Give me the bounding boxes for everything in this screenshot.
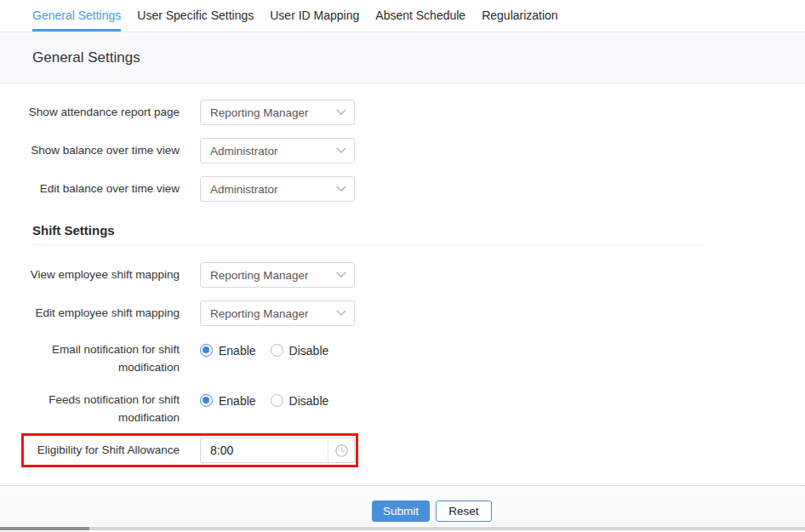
chevron-down-icon: [336, 306, 345, 316]
eligibility-time-input[interactable]: [201, 438, 328, 462]
radio-selected-icon: [200, 394, 213, 407]
label-edit-balance-over-time-view: Edit balance over time view: [21, 176, 180, 202]
label-eligibility-for-shift-allowance: Eligibility for Shift Allowance: [24, 443, 180, 457]
email-notification-enable-option[interactable]: Enable: [200, 344, 256, 358]
dropdown-selected-value: Reporting Manager: [210, 269, 309, 282]
tab-bar: General Settings User Specific Settings …: [0, 0, 805, 32]
show-attendance-report-page-dropdown[interactable]: Reporting Manager: [200, 100, 355, 125]
radio-unselected-icon: [271, 344, 283, 357]
label-show-attendance-report-page: Show attendance report page: [21, 100, 180, 125]
label-edit-employee-shift-mapping: Edit employee shift mapping: [21, 300, 180, 326]
radio-selected-icon: [200, 344, 213, 357]
reset-button[interactable]: Reset: [436, 501, 492, 522]
feeds-notification-radio-group: Enable Disable: [200, 393, 328, 408]
horizontal-scrollbar-track[interactable]: [0, 527, 805, 530]
tab-absent-schedule[interactable]: Absent Schedule: [375, 0, 465, 31]
section-divider: [32, 244, 705, 245]
chevron-down-icon: [336, 182, 345, 192]
eligibility-time-field: [200, 438, 355, 463]
label-view-employee-shift-mapping: View employee shift mapping: [21, 262, 180, 288]
radio-option-label: Enable: [219, 344, 256, 358]
clock-icon: [334, 443, 349, 458]
view-employee-shift-mapping-dropdown[interactable]: Reporting Manager: [200, 262, 355, 288]
show-balance-over-time-view-dropdown[interactable]: Administrator: [200, 138, 355, 163]
dropdown-selected-value: Administrator: [210, 145, 278, 157]
tab-user-id-mapping[interactable]: User ID Mapping: [270, 0, 359, 31]
tab-regularization[interactable]: Regularization: [482, 0, 558, 31]
radio-option-label: Enable: [219, 394, 256, 408]
edit-balance-over-time-view-dropdown[interactable]: Administrator: [200, 176, 355, 202]
dropdown-selected-value: Reporting Manager: [210, 106, 309, 119]
dropdown-selected-value: Reporting Manager: [210, 307, 309, 320]
radio-option-label: Disable: [289, 394, 329, 408]
tab-user-specific-settings[interactable]: User Specific Settings: [137, 0, 254, 31]
chevron-down-icon: [336, 144, 345, 153]
submit-button[interactable]: Submit: [372, 501, 430, 522]
chevron-down-icon: [336, 106, 345, 115]
horizontal-scrollbar-thumb[interactable]: [0, 527, 89, 530]
page-header-band: General Settings: [0, 32, 805, 83]
footer-action-bar: Submit Reset: [0, 485, 805, 526]
label-email-notification-for-shift-modification: Email notification for shift modificatio…: [21, 340, 180, 376]
highlight-annotation-box: Eligibility for Shift Allowance: [21, 433, 358, 467]
edit-employee-shift-mapping-dropdown[interactable]: Reporting Manager: [200, 300, 355, 326]
dropdown-selected-value: Administrator: [210, 183, 278, 196]
page-title: General Settings: [32, 49, 140, 66]
shift-settings-section-title: Shift Settings: [32, 223, 115, 237]
email-notification-disable-option[interactable]: Disable: [271, 344, 329, 358]
label-feeds-notification-for-shift-modification: Feeds notification for shift modificatio…: [21, 391, 180, 426]
chevron-down-icon: [336, 268, 345, 277]
tab-general-settings[interactable]: General Settings: [32, 0, 121, 31]
email-notification-radio-group: Enable Disable: [200, 343, 328, 358]
label-show-balance-over-time-view: Show balance over time view: [21, 138, 180, 163]
feeds-notification-disable-option[interactable]: Disable: [271, 394, 329, 408]
radio-unselected-icon: [271, 394, 283, 407]
general-settings-page: General Settings User Specific Settings …: [0, 0, 805, 532]
time-picker-button[interactable]: [328, 438, 354, 462]
feeds-notification-enable-option[interactable]: Enable: [200, 394, 256, 408]
radio-option-label: Disable: [289, 344, 329, 358]
